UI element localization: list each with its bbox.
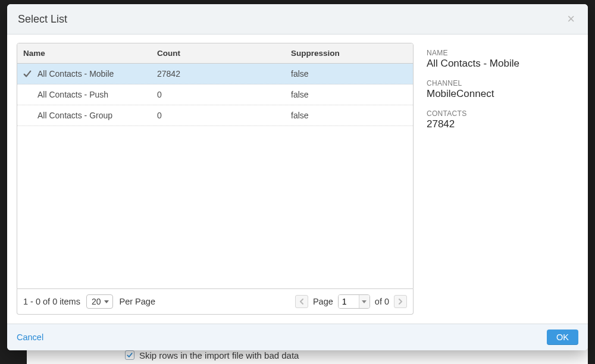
detail-channel-value: MobileConnect [427, 88, 578, 100]
pager-left: 1 - 0 of 0 items 20 Per Page [23, 294, 155, 309]
list-table: Name Count Suppression All Contacts - Mo… [17, 43, 414, 289]
modal-title: Select List [18, 13, 67, 26]
list-pane: Name Count Suppression All Contacts - Mo… [17, 43, 414, 324]
row-count: 0 [151, 105, 285, 125]
detail-name-label: NAME [427, 49, 578, 57]
column-header-name[interactable]: Name [17, 43, 151, 63]
detail-contacts-label: CONTACTS [427, 109, 578, 118]
table-body: All Contacts - Mobile 27842 false All Co… [17, 64, 413, 288]
page-size-select[interactable]: 20 [86, 294, 114, 309]
detail-contacts-value: 27842 [427, 118, 578, 130]
pager-range-text: 1 - 0 of 0 items [23, 297, 80, 306]
row-suppression: false [285, 84, 413, 105]
modal-footer: Cancel OK [7, 324, 588, 350]
prev-page-button[interactable] [295, 295, 308, 308]
detail-name-value: All Contacts - Mobile [427, 58, 578, 70]
next-page-button[interactable] [394, 295, 407, 308]
close-icon[interactable]: × [565, 11, 577, 27]
pager-right: Page of 0 [295, 294, 407, 309]
pager-bar: 1 - 0 of 0 items 20 Per Page Page of 0 [17, 289, 414, 315]
row-name: All Contacts - Push [37, 90, 108, 99]
page-stepper-button[interactable] [359, 295, 369, 308]
page-label: Page [313, 297, 333, 306]
checkmark-placeholder [23, 90, 32, 99]
column-header-count[interactable]: Count [151, 43, 285, 63]
per-page-label: Per Page [119, 297, 155, 306]
page-of-text: of 0 [375, 297, 389, 306]
checkmark-icon [23, 70, 32, 78]
skip-bad-rows-checkbox[interactable] [125, 350, 134, 360]
checkmark-placeholder [23, 111, 32, 120]
ok-button[interactable]: OK [547, 330, 578, 345]
select-list-modal: Select List × Name Count Suppression [7, 4, 588, 350]
row-name: All Contacts - Group [37, 111, 112, 120]
table-row[interactable]: All Contacts - Group 0 false [17, 105, 413, 126]
table-header-row: Name Count Suppression [17, 43, 413, 64]
details-pane: NAME All Contacts - Mobile CHANNEL Mobil… [427, 43, 578, 324]
column-header-suppression[interactable]: Suppression [285, 43, 413, 63]
modal-header: Select List × [7, 4, 588, 34]
cancel-button[interactable]: Cancel [17, 332, 43, 342]
row-name: All Contacts - Mobile [37, 69, 114, 79]
skip-bad-rows-label: Skip rows in the import file with bad da… [139, 350, 299, 360]
modal-body: Name Count Suppression All Contacts - Mo… [7, 34, 588, 324]
detail-channel-label: CHANNEL [427, 79, 578, 87]
page-number-input[interactable] [339, 295, 359, 308]
row-suppression: false [285, 64, 413, 84]
page-number-input-wrap [338, 294, 370, 309]
table-row[interactable]: All Contacts - Mobile 27842 false [17, 64, 413, 84]
row-count: 27842 [151, 64, 285, 84]
row-suppression: false [285, 105, 413, 125]
row-count: 0 [151, 84, 285, 105]
table-row[interactable]: All Contacts - Push 0 false [17, 84, 413, 105]
